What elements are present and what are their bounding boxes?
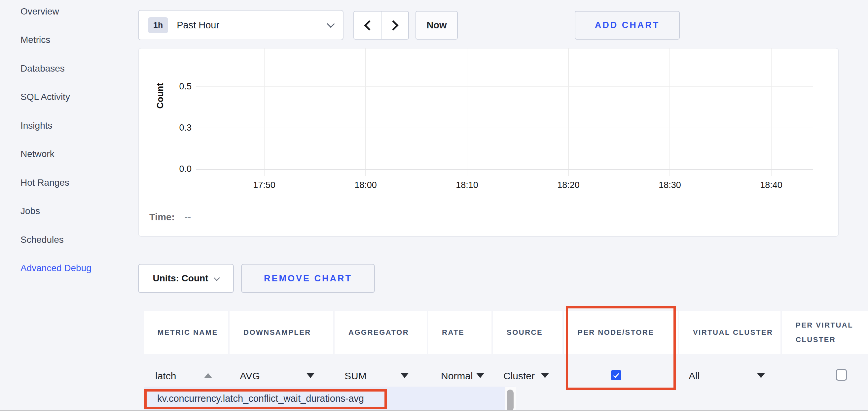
metric-suggestion-item[interactable]: kv.concurrency.latch_conflict_wait_durat… [157, 393, 364, 404]
column-header-rate: RATE [428, 311, 492, 354]
chevron-down-icon [214, 275, 220, 281]
time-range-badge: 1h [148, 17, 168, 33]
x-tick-label: 18:00 [346, 180, 385, 190]
gridline-vertical [670, 48, 670, 176]
y-tick-label: 0.5 [162, 81, 192, 92]
sidebar-item-databases[interactable]: Databases [21, 63, 65, 75]
x-tick-label: 18:30 [650, 180, 690, 190]
column-header-virtual-cluster: VIRTUAL CLUSTER [679, 311, 780, 354]
sidebar-item-jobs[interactable]: Jobs [21, 206, 40, 218]
units-dropdown[interactable]: Units: Count [138, 264, 234, 293]
aggregator-select[interactable]: SUM [344, 369, 367, 383]
time-value: -- [185, 212, 191, 222]
gridline-horizontal-zero [196, 169, 813, 170]
gridline-horizontal [196, 128, 813, 128]
chevron-up-icon[interactable] [204, 373, 212, 378]
checkmark-icon [613, 372, 619, 378]
time-nav-buttons [353, 11, 409, 40]
x-tick-label: 18:20 [549, 180, 588, 190]
chart-time-readout: Time: -- [149, 212, 191, 222]
units-dropdown-label: Units: Count [153, 273, 209, 284]
per-node-store-checkbox[interactable] [611, 370, 621, 380]
gridline-vertical [771, 48, 772, 176]
y-tick-label: 0.3 [162, 123, 192, 133]
column-header-aggregator: AGGREGATOR [335, 311, 427, 354]
x-tick-label: 17:50 [244, 180, 284, 190]
sidebar-item-schedules[interactable]: Schedules [21, 235, 64, 246]
chevron-down-icon[interactable] [476, 373, 484, 378]
source-select[interactable]: Cluster [503, 369, 535, 383]
sidebar-item-sql-activity[interactable]: SQL Activity [21, 92, 70, 104]
previous-time-button[interactable] [353, 11, 381, 40]
chevron-down-icon[interactable] [401, 373, 409, 378]
sidebar-item-metrics[interactable]: Metrics [21, 35, 50, 46]
chevron-left-icon [364, 20, 374, 30]
chevron-down-icon[interactable] [757, 373, 765, 378]
gridline-vertical [264, 48, 265, 176]
sidebar-item-overview[interactable]: Overview [21, 6, 59, 18]
chart-card [138, 48, 839, 237]
column-header-metric-name: METRIC NAME [144, 311, 228, 354]
chevron-down-icon[interactable] [541, 373, 549, 378]
chevron-right-icon [388, 20, 398, 30]
column-header-downsampler: DOWNSAMPLER [229, 311, 333, 354]
sidebar-item-advanced-debug[interactable]: Advanced Debug [21, 263, 92, 275]
remove-chart-button[interactable]: REMOVE CHART [241, 264, 375, 293]
window-bottom-edge [0, 410, 868, 411]
time-range-label: Past Hour [177, 20, 328, 31]
x-tick-label: 18:10 [447, 180, 487, 190]
gridline-vertical [365, 48, 366, 176]
column-header-per-node-store: PER NODE/STORE [564, 311, 678, 354]
downsampler-select[interactable]: AVG [240, 369, 260, 383]
per-virtual-cluster-checkbox[interactable] [836, 369, 847, 381]
sidebar-item-hot-ranges[interactable]: Hot Ranges [21, 177, 69, 189]
column-header-per-virtual-cluster: PER VIRTUAL CLUSTER [782, 311, 868, 354]
chevron-down-icon[interactable] [307, 373, 314, 378]
gridline-vertical [568, 48, 569, 176]
gridline-vertical [467, 48, 467, 176]
scrollbar-thumb[interactable] [507, 389, 514, 411]
rate-select[interactable]: Normal [441, 369, 473, 383]
next-time-button[interactable] [381, 11, 409, 40]
column-header-source: SOURCE [493, 311, 562, 354]
time-range-selector[interactable]: 1h Past Hour [138, 10, 343, 40]
sidebar-item-network[interactable]: Network [21, 149, 55, 161]
add-chart-button[interactable]: ADD CHART [575, 11, 680, 40]
chevron-down-icon [327, 20, 335, 28]
time-label: Time: [149, 212, 175, 222]
sidebar-item-insights[interactable]: Insights [21, 121, 53, 132]
gridline-horizontal [196, 87, 813, 87]
metric-name-input[interactable]: latch [155, 369, 176, 383]
virtual-cluster-select[interactable]: All [689, 369, 700, 383]
y-tick-label: 0.0 [162, 164, 192, 174]
x-tick-label: 18:40 [751, 180, 791, 190]
now-button[interactable]: Now [415, 11, 458, 40]
